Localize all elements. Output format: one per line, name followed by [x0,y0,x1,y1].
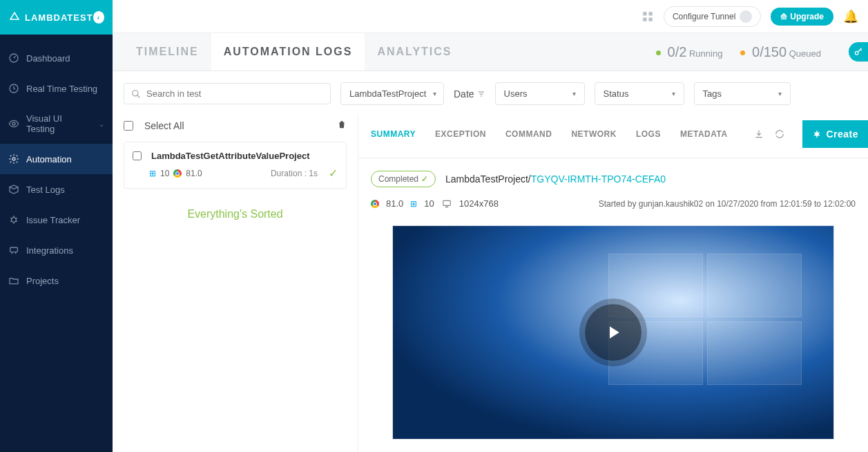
configure-tunnel-button[interactable]: Configure Tunnel [664,6,761,27]
session-id-link[interactable]: TGYQV-IRMTH-TPO74-CEFA0 [531,173,666,185]
access-key-button[interactable] [849,42,868,62]
svg-rect-6 [643,12,646,15]
stats: 0/2 Running 0/150 Queued [656,42,857,62]
sidebar-item-label: Dashboard [26,53,70,64]
upgrade-button[interactable]: ⟰ Upgrade [771,8,833,26]
subtab-exception[interactable]: EXCEPTION [435,129,486,139]
browser-version: 81.0 [186,169,202,178]
sidebar-item-dashboard[interactable]: Dashboard [0,43,113,73]
sidebar-item-label: Issue Tracker [26,215,80,225]
subtab-summary[interactable]: SUMMARY [371,129,416,139]
search-input[interactable] [146,88,323,99]
create-button[interactable]: Create [802,120,868,148]
chevron-down-icon: ▾ [572,90,576,97]
sidebar-item-issue-tracker[interactable]: Issue Tracker [0,205,113,235]
chevron-down-icon: ▾ [778,90,782,97]
clock-icon [8,83,19,94]
plug-icon [8,245,19,256]
select-all-checkbox[interactable] [124,121,133,131]
stat-running: 0/2 Running [656,44,723,60]
sidebar-item-automation[interactable]: Automation [0,144,113,174]
windows-icon: ⊞ [149,169,156,178]
detail-browser-version: 81.0 [386,198,403,209]
tabs-row: TIMELINE AUTOMATION LOGS ANALYTICS 0/2 R… [113,33,868,71]
test-checkbox[interactable] [133,151,142,160]
refresh-icon[interactable] [775,129,784,139]
monitor-icon [441,199,452,209]
gear-icon [8,153,19,164]
subtab-command[interactable]: COMMAND [505,129,552,139]
svg-rect-13 [443,200,451,205]
svg-point-2 [12,122,15,125]
tab-timeline[interactable]: TIMELINE [124,33,211,70]
video-player[interactable] [392,225,834,440]
running-label: Running [689,48,722,59]
sidebar-nav: Dashboard Real Time Testing Visual UI Te… [0,35,113,452]
sidebar-item-projects[interactable]: Projects [0,265,113,296]
check-icon: ✓ [421,174,428,184]
subtab-network[interactable]: NETWORK [571,129,617,139]
tab-automation-logs[interactable]: AUTOMATION LOGS [211,33,365,70]
subtab-metadata[interactable]: METADATA [680,129,728,139]
apps-grid-icon[interactable] [642,10,654,23]
collapse-sidebar-button[interactable]: ‹ [93,11,104,23]
svg-rect-9 [648,17,652,21]
dot-green-icon [656,50,661,55]
search-icon [131,89,141,99]
badge-label: Completed [378,174,418,184]
svg-rect-7 [648,12,652,15]
users-dropdown[interactable]: Users ▾ [495,82,585,105]
bell-icon[interactable]: 🔔 [843,9,858,24]
subtab-logs[interactable]: LOGS [636,129,661,139]
sidebar-item-realtime[interactable]: Real Time Testing [0,73,113,104]
chrome-icon [371,200,379,208]
detail-panel: SUMMARY EXCEPTION COMMAND NETWORK LOGS M… [358,116,868,452]
date-filter[interactable]: Date [454,88,485,100]
detail-body: Completed ✓ LambdaTestProject/TGYQV-IRMT… [358,158,868,452]
sidebar-item-test-logs[interactable]: Test Logs [0,174,113,205]
sidebar-item-integrations[interactable]: Integrations [0,235,113,265]
svg-point-4 [12,218,17,223]
sidebar-item-visual-ui[interactable]: Visual UI Testing ⌄ [0,104,113,144]
sidebar: LAMBDATEST ‹ Dashboard Real Time Testing… [0,0,113,452]
folder-icon [8,275,19,286]
tags-selected: Tags [703,88,722,99]
sidebar-item-label: Visual UI Testing [26,113,92,134]
status-selected: Status [604,88,629,99]
svg-point-12 [815,132,819,136]
users-selected: Users [504,88,528,99]
filter-icon [477,90,485,98]
logo-bar: LAMBDATEST ‹ [0,0,113,35]
sidebar-item-label: Real Time Testing [26,84,97,94]
tab-analytics[interactable]: ANALYTICS [365,33,464,70]
eye-icon [8,118,19,129]
queued-label: Queued [789,48,821,59]
play-button[interactable] [585,304,642,361]
project-name: LambdaTestProject/ [445,173,531,185]
stat-queued: 0/150 Queued [740,44,821,60]
download-icon[interactable] [754,129,764,139]
started-by: Started by gunjan.kaushik02 on 10/27/202… [599,199,856,209]
select-all-label: Select All [144,120,184,131]
running-count: 0/2 [668,44,687,59]
date-label: Date [454,88,474,100]
test-card[interactable]: LambdaTestGetAttributeValueProject ⊞ 10 … [124,142,347,189]
project-dropdown[interactable]: LambdaTestProject ▾ [340,82,444,105]
chevron-down-icon: ▾ [672,90,675,97]
tags-dropdown[interactable]: Tags ▾ [694,82,791,105]
content: Select All LambdaTestGetAttributeValuePr… [113,116,868,452]
search-box[interactable] [124,83,331,104]
key-icon [853,47,863,57]
windows-icon: ⊞ [410,199,417,209]
chevron-down-icon: ⌄ [99,120,104,128]
bug-icon [812,129,822,139]
main: Configure Tunnel ⟰ Upgrade 🔔 TIMELINE AU… [113,0,868,452]
os-version: 10 [160,169,169,178]
svg-point-11 [133,90,138,95]
delete-button[interactable] [337,119,347,132]
sidebar-item-label: Integrations [26,245,73,256]
play-icon [603,322,624,343]
tunnel-label: Configure Tunnel [673,12,735,21]
chrome-icon [173,169,182,178]
status-dropdown[interactable]: Status ▾ [595,82,684,105]
